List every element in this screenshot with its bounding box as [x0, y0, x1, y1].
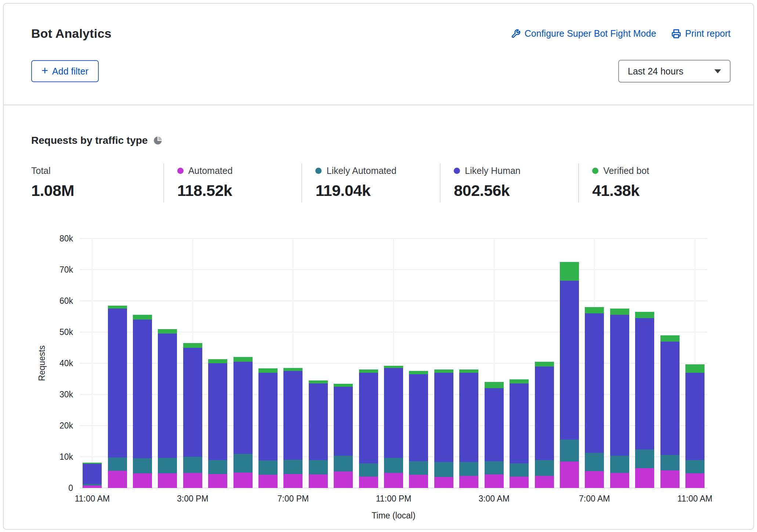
x-tick-label-11:00-am: 11:00 AM	[75, 494, 109, 504]
bar-7[interactable]	[256, 238, 280, 488]
bar-3-segment-verified-bot	[158, 329, 177, 334]
bar-6-segment-automated	[233, 473, 253, 488]
bar-7-segment-verified-bot	[258, 368, 278, 373]
bar-stack-19	[560, 238, 579, 488]
bar-19-segment-automated	[560, 462, 579, 488]
bar-11[interactable]	[356, 238, 381, 488]
stat-automated[interactable]: Automated118.52k	[163, 163, 302, 203]
bar-3[interactable]	[155, 238, 180, 488]
bar-16[interactable]	[482, 238, 507, 488]
bar-11-segment-likely-automated	[359, 463, 378, 477]
bar-15[interactable]	[456, 238, 481, 488]
bar-17-segment-likely-human	[510, 383, 529, 463]
bar-13-segment-likely-automated	[409, 461, 428, 475]
bar-1[interactable]	[105, 238, 130, 488]
bar-12-segment-automated	[384, 473, 403, 488]
bar-17-segment-automated	[510, 477, 529, 488]
bar-22[interactable]	[632, 238, 657, 488]
bar-24[interactable]	[682, 238, 707, 488]
bar-stack-17	[510, 238, 529, 488]
bar-6-segment-likely-automated	[233, 454, 253, 473]
bar-2[interactable]	[130, 238, 155, 488]
bar-12[interactable]	[381, 238, 406, 488]
bar-9[interactable]	[306, 238, 331, 488]
bar-16-segment-likely-automated	[485, 461, 504, 474]
bar-4-segment-automated	[183, 473, 202, 488]
bar-0[interactable]	[80, 238, 105, 488]
bar-stack-11	[359, 238, 378, 488]
x-tick-label-11:00-pm: 11:00 PM	[376, 494, 412, 504]
configure-super-bot-fight-mode-link[interactable]: Configure Super Bot Fight Mode	[511, 28, 656, 39]
y-axis-title: Requests	[37, 345, 47, 381]
bar-stack-12	[384, 238, 403, 488]
bar-stack-21	[610, 238, 629, 488]
stat-likely-human[interactable]: Likely Human802.56k	[440, 163, 578, 203]
bar-10-segment-likely-automated	[334, 456, 353, 471]
bar-stack-20	[585, 238, 604, 488]
print-report-link[interactable]: Print report	[671, 28, 731, 39]
card-body: Requests by traffic type Total1.08MAutom…	[4, 135, 753, 521]
verified-bot-legend-dot-icon	[592, 168, 598, 174]
bar-14-segment-automated	[434, 477, 453, 488]
bar-22-segment-likely-automated	[635, 449, 654, 468]
stat-label-row: Verified bot	[592, 165, 717, 176]
bar-20-segment-automated	[585, 471, 604, 488]
bar-16-segment-verified-bot	[485, 382, 504, 388]
bar-0-segment-likely-human	[83, 464, 102, 484]
bar-10[interactable]	[331, 238, 356, 488]
stat-likely-automated[interactable]: Likely Automated119.04k	[301, 163, 440, 203]
bar-21[interactable]	[607, 238, 632, 488]
bar-23[interactable]	[657, 238, 682, 488]
stat-label: Likely Automated	[326, 165, 396, 176]
bar-23-segment-likely-automated	[660, 455, 680, 471]
bar-19-segment-likely-automated	[560, 440, 579, 462]
bar-24-segment-likely-automated	[685, 460, 705, 474]
bar-6[interactable]	[230, 238, 255, 488]
stat-label-row: Automated	[177, 165, 302, 176]
stat-label: Likely Human	[465, 165, 520, 176]
bar-6-segment-verified-bot	[233, 357, 253, 362]
bar-19[interactable]	[557, 238, 582, 488]
bar-19-segment-likely-human	[560, 281, 579, 440]
bar-stack-15	[459, 238, 478, 488]
bar-24-segment-verified-bot	[685, 364, 705, 372]
bar-stack-1	[108, 238, 127, 488]
bar-8[interactable]	[280, 238, 305, 488]
y-tick-label-20k: 20k	[59, 421, 73, 431]
bar-19-segment-verified-bot	[560, 262, 579, 281]
pie-chart-icon[interactable]	[153, 136, 163, 145]
bar-stack-9	[309, 238, 328, 488]
likely-human-legend-dot-icon	[454, 168, 460, 174]
bar-17[interactable]	[507, 238, 532, 488]
bar-15-segment-likely-human	[459, 373, 478, 462]
chart-grid: 010k20k30k40k50k60k70k80k 11:00 AM3:00 P…	[49, 238, 707, 521]
bar-18[interactable]	[532, 238, 557, 488]
bar-8-segment-likely-automated	[283, 460, 303, 474]
bar-24-segment-automated	[685, 473, 705, 488]
bar-stack-0	[83, 238, 102, 488]
bar-stack-18	[535, 238, 554, 488]
y-tick-labels: 010k20k30k40k50k60k70k80k	[49, 238, 80, 488]
bar-2-segment-automated	[133, 473, 152, 488]
time-range-select[interactable]: Last 24 hours	[618, 60, 731, 83]
bar-13-segment-automated	[409, 475, 428, 488]
bar-6-segment-likely-human	[233, 362, 253, 454]
x-tick-label-7:00-pm: 7:00 PM	[278, 494, 309, 504]
bar-20[interactable]	[582, 238, 607, 488]
bar-4[interactable]	[180, 238, 205, 488]
stat-verified-bot[interactable]: Verified bot41.38k	[578, 163, 717, 203]
plus-icon: +	[41, 65, 48, 76]
bar-9-segment-likely-human	[309, 383, 328, 460]
bar-7-segment-likely-automated	[258, 460, 278, 475]
bar-14[interactable]	[431, 238, 456, 488]
bar-13[interactable]	[406, 238, 431, 488]
stat-value: 1.08M	[31, 182, 163, 200]
bar-23-segment-likely-human	[660, 342, 680, 455]
bar-18-segment-likely-automated	[535, 460, 554, 476]
bar-3-segment-automated	[158, 473, 177, 488]
header-links: Configure Super Bot Fight Mode Print rep…	[511, 28, 731, 39]
bar-10-segment-likely-human	[334, 387, 353, 456]
bar-5[interactable]	[205, 238, 230, 488]
controls-row: + Add filter Last 24 hours	[31, 60, 731, 83]
add-filter-button[interactable]: + Add filter	[31, 60, 99, 82]
